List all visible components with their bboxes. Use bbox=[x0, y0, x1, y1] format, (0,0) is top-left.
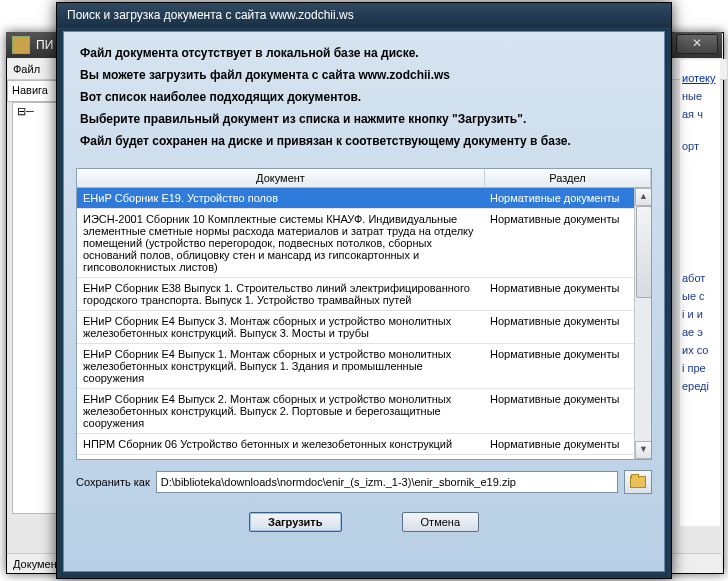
save-as-row: Сохранить как bbox=[76, 470, 652, 494]
column-section[interactable]: Раздел bbox=[485, 169, 651, 187]
table-row[interactable]: ЕНиР Сборник Е4 Выпуск 2. Монтаж сборных… bbox=[77, 389, 651, 434]
cancel-button[interactable]: Отмена bbox=[402, 512, 479, 532]
table-row[interactable]: ЕНиР Сборник Е38 Выпуск 1. Строительство… bbox=[77, 278, 651, 311]
cell-document: НПРМ Сборник 06 Устройство бетонных и же… bbox=[77, 434, 484, 454]
scroll-down-icon[interactable]: ▼ bbox=[635, 441, 651, 459]
save-as-input[interactable] bbox=[156, 471, 618, 493]
msg-line4: Выберите правильный документ из списка и… bbox=[80, 112, 648, 126]
dialog-buttons: Загрузить Отмена bbox=[64, 512, 664, 532]
msg-line5: Файл будет сохранен на диске и привязан … bbox=[80, 134, 648, 148]
cell-document: ЕНиР Сборник Е19. Устройство полов bbox=[77, 188, 484, 208]
cell-section: Нормативные документы bbox=[484, 344, 651, 388]
menu-file[interactable]: Файл bbox=[13, 63, 40, 75]
close-icon[interactable]: ✕ bbox=[676, 34, 718, 54]
cell-document: ЕНиР Сборник Е4 Выпуск 1. Монтаж сборных… bbox=[77, 344, 484, 388]
documents-table: Документ Раздел ЕНиР Сборник Е19. Устрой… bbox=[76, 168, 652, 460]
cell-document: ЕНиР Сборник Е4 Выпуск 2. Монтаж сборных… bbox=[77, 389, 484, 433]
download-dialog: Поиск и загрузка документа с сайта www.z… bbox=[56, 2, 672, 579]
msg-line2: Вы можете загрузить файл документа с сай… bbox=[80, 68, 648, 82]
status-text: Докумен bbox=[13, 558, 57, 570]
table-row[interactable]: ЕНиР Сборник Е4 Выпуск 1. Монтаж сборных… bbox=[77, 344, 651, 389]
cell-document: ЕНиР Сборник Е38 Выпуск 1. Строительство… bbox=[77, 278, 484, 310]
save-as-label: Сохранить как bbox=[76, 476, 150, 488]
right-panel: иотеку ные ая ч орт абот ые с і и и ае э… bbox=[680, 60, 720, 526]
table-row[interactable]: НПРМ Сборник 06 Устройство бетонных и же… bbox=[77, 434, 651, 455]
browse-button[interactable] bbox=[624, 470, 652, 494]
table-row[interactable]: ЕНиР Сборник Е19. Устройство половНормат… bbox=[77, 188, 651, 209]
dialog-client: Файл документа отсутствует в локальной б… bbox=[63, 31, 665, 572]
cell-document: ИЭСН-2001 Сборник 10 Комплектные системы… bbox=[77, 209, 484, 277]
table-header: Документ Раздел bbox=[77, 169, 651, 188]
main-window-title: ПИ bbox=[36, 38, 53, 52]
column-document[interactable]: Документ bbox=[77, 169, 485, 187]
scroll-up-icon[interactable]: ▲ bbox=[635, 188, 651, 206]
folder-icon bbox=[630, 476, 646, 488]
cell-document: ЕНиР Сборник Е4 Выпуск 3. Монтаж сборных… bbox=[77, 311, 484, 343]
table-body: ЕНиР Сборник Е19. Устройство половНормат… bbox=[77, 188, 651, 459]
msg-line3: Вот список наиболее подходящих документо… bbox=[80, 90, 648, 104]
cell-section: Нормативные документы bbox=[484, 389, 651, 433]
msg-line1: Файл документа отсутствует в локальной б… bbox=[80, 46, 648, 60]
table-row[interactable]: ЕНиР Сборник Е4 Выпуск 3. Монтаж сборных… bbox=[77, 311, 651, 344]
link-library[interactable]: иотеку bbox=[682, 72, 720, 84]
dialog-title: Поиск и загрузка документа с сайта www.z… bbox=[67, 8, 354, 22]
vertical-scrollbar[interactable]: ▲ ▼ bbox=[634, 188, 651, 459]
dialog-titlebar[interactable]: Поиск и загрузка документа с сайта www.z… bbox=[57, 3, 671, 27]
table-row[interactable]: ИЭСН-2001 Сборник 10 Комплектные системы… bbox=[77, 209, 651, 278]
cell-section: Нормативные документы bbox=[484, 278, 651, 310]
dialog-message: Файл документа отсутствует в локальной б… bbox=[64, 32, 664, 162]
scroll-thumb[interactable] bbox=[636, 206, 651, 298]
app-icon bbox=[12, 36, 30, 54]
cell-section: Нормативные документы bbox=[484, 434, 651, 454]
cell-section: Нормативные документы bbox=[484, 188, 651, 208]
cell-section: Нормативные документы bbox=[484, 311, 651, 343]
download-button[interactable]: Загрузить bbox=[249, 512, 342, 532]
cell-section: Нормативные документы bbox=[484, 209, 651, 277]
